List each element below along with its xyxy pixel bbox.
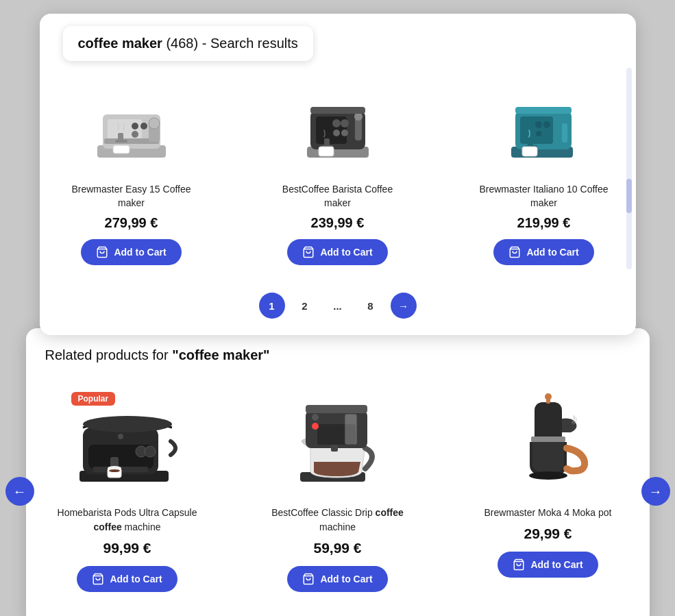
svg-point-11 [140, 123, 147, 130]
search-count: (468) [162, 36, 198, 51]
search-results-panel: coffee maker (468) - Search results [40, 14, 636, 335]
svg-point-20 [341, 130, 348, 136]
cart-icon-related-2 [302, 573, 315, 585]
products-grid: Brewmaster Easy 15 Coffee maker 279,99 €… [40, 61, 636, 276]
svg-point-52 [109, 469, 120, 472]
svg-rect-30 [520, 116, 553, 144]
related-name-3: Brewmaster Moka 4 Moka pot [484, 506, 612, 520]
add-to-cart-related-1[interactable]: Add to Cart [77, 566, 177, 592]
svg-point-60 [312, 423, 319, 430]
add-to-cart-button-1[interactable]: Add to Cart [81, 239, 181, 265]
svg-rect-61 [306, 405, 367, 413]
search-query: coffee maker [78, 36, 162, 51]
svg-point-33 [535, 121, 542, 128]
product-name-3: Brewmaster Italiano 10 Coffee maker [476, 183, 613, 210]
product-svg-2 [290, 77, 386, 173]
cart-icon-3 [508, 246, 521, 258]
related-price-3: 29,99 € [524, 526, 572, 542]
svg-rect-26 [310, 107, 365, 114]
svg-point-65 [545, 393, 552, 400]
svg-point-49 [145, 446, 156, 457]
svg-point-34 [543, 121, 550, 128]
cart-icon-1 [96, 246, 108, 258]
product-image-1 [77, 73, 186, 176]
page-2-button[interactable]: 2 [292, 293, 318, 319]
scrollbar-track [626, 68, 632, 269]
related-name-2: BestCoffee Classic Drip coffee machine [262, 506, 413, 534]
related-svg-3 [490, 390, 606, 493]
related-products-panel: Related products for "coffee maker" ← Po… [26, 328, 650, 616]
product-image-3 [489, 73, 599, 176]
product-price-3: 219,99 € [517, 215, 571, 231]
related-price-2: 59,99 € [313, 540, 361, 556]
svg-point-35 [536, 131, 541, 136]
product-card-1: Brewmaster Easy 15 Coffee maker 279,99 €… [56, 66, 207, 276]
page-ellipsis: ... [325, 293, 351, 319]
svg-rect-36 [562, 123, 567, 143]
product-card-3: Brewmaster Italiano 10 Coffee maker 219,… [469, 66, 619, 276]
related-card-1: Popular [45, 380, 210, 603]
related-card-3: Brewmaster Moka 4 Moka pot 29,99 € Add t… [466, 380, 630, 589]
add-to-cart-button-3[interactable]: Add to Cart [493, 239, 593, 265]
related-next-button[interactable]: → [641, 477, 670, 506]
related-price-1: 99,99 € [103, 540, 151, 556]
svg-point-12 [132, 131, 138, 138]
pagination: 1 2 ... 8 → [40, 293, 636, 319]
related-image-3 [487, 386, 610, 496]
svg-rect-58 [345, 414, 357, 445]
svg-rect-66 [531, 436, 565, 442]
related-image-1: Popular [66, 386, 189, 496]
search-title: coffee maker (468) - Search results [63, 26, 313, 61]
add-to-cart-button-2[interactable]: Add to Cart [287, 239, 387, 265]
product-card-2: BestCoffee Barista Coffee maker 239,99 €… [262, 66, 413, 276]
scrollbar-thumb[interactable] [626, 179, 632, 213]
add-to-cart-related-2[interactable]: Add to Cart [287, 566, 387, 592]
svg-point-10 [132, 123, 138, 130]
related-title: Related products for "coffee maker" [45, 347, 630, 363]
cart-icon-related-1 [92, 573, 104, 585]
svg-point-18 [341, 119, 349, 127]
related-image-2 [276, 386, 400, 496]
svg-rect-5 [115, 140, 127, 143]
svg-rect-7 [113, 145, 130, 153]
popular-badge: Popular [71, 392, 116, 406]
product-svg-1 [84, 77, 180, 173]
cart-icon-related-3 [513, 558, 525, 571]
related-products-row: ← Popular [45, 380, 630, 603]
add-to-cart-related-3[interactable]: Add to Cart [498, 552, 598, 578]
svg-rect-25 [319, 147, 334, 156]
svg-rect-62 [331, 445, 338, 452]
svg-point-59 [312, 414, 319, 421]
svg-rect-31 [515, 107, 572, 114]
related-prev-button[interactable]: ← [5, 477, 34, 506]
product-price-2: 239,99 € [311, 215, 365, 231]
page-next-button[interactable]: → [391, 293, 417, 319]
svg-point-53 [118, 434, 123, 439]
related-svg-2 [280, 390, 396, 493]
product-name-2: BestCoffee Barista Coffee maker [269, 183, 406, 210]
svg-point-17 [332, 119, 341, 127]
cart-icon-2 [302, 246, 315, 258]
svg-point-67 [529, 471, 567, 480]
product-name-1: Brewmaster Easy 15 Coffee maker [63, 183, 200, 210]
product-price-1: 279,99 € [105, 215, 158, 231]
svg-point-19 [333, 130, 340, 136]
page-8-button[interactable]: 8 [358, 293, 384, 319]
svg-point-43 [83, 416, 172, 432]
related-card-2: BestCoffee Classic Drip coffee machine 5… [256, 380, 420, 603]
svg-rect-39 [522, 147, 537, 156]
product-image-2 [283, 73, 393, 176]
page-1-button[interactable]: 1 [259, 293, 285, 319]
svg-point-9 [149, 118, 160, 129]
product-svg-3 [496, 77, 592, 173]
related-name-1: Homebarista Pods Ultra Capsule coffee ma… [52, 506, 203, 534]
